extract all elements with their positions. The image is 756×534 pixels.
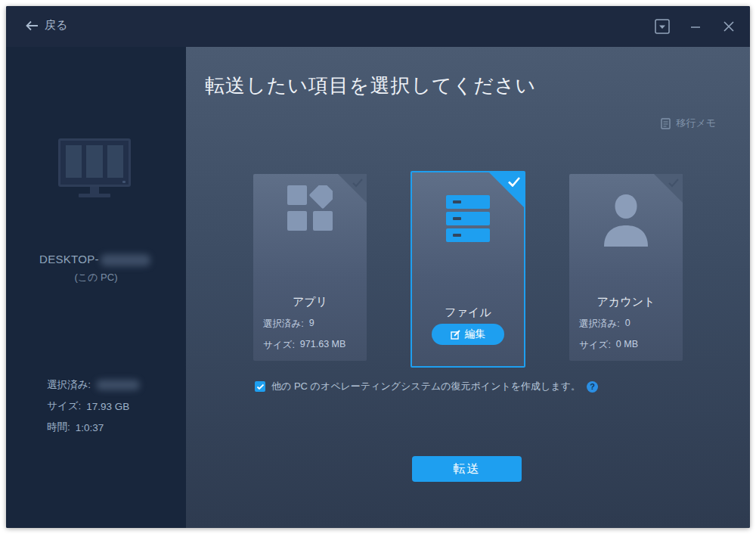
migration-memo-link[interactable]: 移行メモ <box>661 116 716 130</box>
card-accounts-check-icon <box>668 178 680 188</box>
help-icon[interactable]: ? <box>587 381 598 393</box>
edit-pencil-icon <box>451 330 460 340</box>
main-panel: 転送したい項目を選択してください 移行メモ アプリ <box>186 47 750 528</box>
monitor-screen <box>58 138 131 187</box>
card-accounts-size-stat: サイズ:0 MB <box>579 339 638 352</box>
memo-document-icon <box>661 118 671 129</box>
back-button[interactable]: 戻る <box>26 18 67 33</box>
computer-monitor-icon <box>58 138 131 197</box>
app-window: 戻る <box>6 6 750 528</box>
summary-size-row: サイズ: 17.93 GB <box>47 396 140 417</box>
card-apps-title: アプリ <box>253 295 367 309</box>
memo-label: 移行メモ <box>676 116 716 130</box>
edit-files-button[interactable]: 編集 <box>432 324 504 345</box>
minimize-icon <box>689 20 702 33</box>
window-controls <box>652 6 739 47</box>
source-pc-sidebar: DESKTOP- (この PC) 選択済み: サイズ: 17.93 GB 時間:… <box>6 47 186 528</box>
card-files[interactable]: ファイル 編集 <box>411 171 525 368</box>
back-arrow-icon <box>26 20 39 31</box>
redacted-selected-value <box>96 380 140 390</box>
card-files-title: ファイル <box>412 306 524 320</box>
transfer-button[interactable]: 転送 <box>412 456 522 482</box>
restore-point-row: 他の PC のオペレーティングシステムの復元ポイントを作成します。 ? <box>255 380 598 393</box>
card-apps[interactable]: アプリ 選択済み:9 サイズ:971.63 MB <box>253 174 367 361</box>
card-files-check-icon <box>507 176 521 187</box>
restore-point-checkbox[interactable] <box>255 381 265 392</box>
page-title: 転送したい項目を選択してください <box>205 73 536 99</box>
apps-grid-icon <box>253 185 367 231</box>
files-stack-icon <box>412 195 524 242</box>
redacted-computer-name <box>101 254 150 266</box>
close-button[interactable] <box>718 16 739 37</box>
card-accounts-selected-stat: 選択済み:0 <box>579 318 631 331</box>
back-label: 戻る <box>45 18 67 33</box>
account-person-icon <box>569 194 683 247</box>
computer-name: DESKTOP- <box>39 253 150 266</box>
card-apps-selected-stat: 選択済み:9 <box>263 318 314 331</box>
summary-time-row: 時間: 1:0:37 <box>47 417 140 438</box>
summary-selected-row: 選択済み: <box>47 374 140 396</box>
transfer-summary: 選択済み: サイズ: 17.93 GB 時間: 1:0:37 <box>47 374 140 438</box>
restore-point-label: 他の PC のオペレーティングシステムの復元ポイントを作成します。 <box>271 380 581 393</box>
card-apps-size-stat: サイズ:971.63 MB <box>263 339 345 352</box>
edit-label: 編集 <box>465 328 486 341</box>
menu-dropdown-button[interactable] <box>652 16 673 37</box>
close-icon <box>722 20 736 33</box>
top-bar: 戻る <box>6 6 750 47</box>
checkbox-check-icon <box>256 383 265 390</box>
dropdown-icon <box>655 19 670 34</box>
computer-subtitle: (この PC) <box>6 271 186 284</box>
card-accounts[interactable]: アカウント 選択済み:0 サイズ:0 MB <box>569 174 683 361</box>
card-accounts-title: アカウント <box>569 295 683 309</box>
minimize-button[interactable] <box>685 16 706 37</box>
